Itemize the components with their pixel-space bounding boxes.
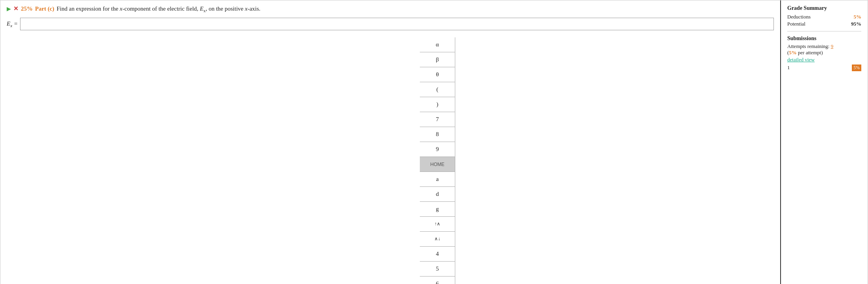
key-alpha[interactable]: α	[420, 37, 455, 52]
deductions-row: Deductions 5%	[787, 14, 861, 20]
attempts-value[interactable]: 9	[831, 43, 833, 49]
attempts-label: Attempts remaining:	[787, 43, 829, 49]
keyboard-row-1: α β θ ( ) 7 8 9 HOME	[420, 37, 455, 172]
key-down-arrow[interactable]: ∧↓	[420, 232, 455, 247]
key-5[interactable]: 5	[420, 262, 455, 277]
deductions-value: 5%	[854, 14, 862, 20]
key-up-arrow[interactable]: ↑∧	[420, 217, 455, 232]
key-d[interactable]: d	[420, 187, 455, 202]
input-row: Ex =	[7, 18, 774, 30]
grade-summary-title: Grade Summary	[787, 5, 861, 11]
part-c-description: Find an expression for the x-component o…	[57, 6, 261, 13]
key-8[interactable]: 8	[420, 127, 455, 142]
key-beta[interactable]: β	[420, 52, 455, 67]
potential-value: 95%	[851, 21, 861, 27]
part-c-percent: 25%	[21, 6, 33, 12]
submission-number: 1	[787, 65, 790, 71]
answer-input[interactable]	[20, 18, 774, 30]
key-6[interactable]: 6	[420, 277, 455, 284]
key-theta[interactable]: θ	[420, 67, 455, 82]
key-open-paren[interactable]: (	[420, 82, 455, 97]
key-home[interactable]: HOME	[420, 157, 455, 172]
input-label: Ex =	[7, 20, 18, 28]
potential-label: Potential	[787, 21, 805, 27]
submissions-title: Submissions	[787, 35, 861, 42]
keyboard-area: α β θ ( ) 7 8 9 HOME a d g	[7, 37, 774, 284]
submission-row-1: 1 5%	[787, 65, 861, 71]
key-a[interactable]: a	[420, 172, 455, 187]
sidebar-divider	[787, 31, 861, 31]
attempts-pct: 5%	[789, 50, 797, 55]
potential-row: Potential 95%	[787, 21, 861, 27]
key-7[interactable]: 7	[420, 112, 455, 127]
key-close-paren[interactable]: )	[420, 97, 455, 112]
x-icon: ✕	[13, 5, 19, 12]
part-c-label: Part (c)	[35, 6, 54, 12]
key-g[interactable]: g	[420, 202, 455, 217]
attempts-row: Attempts remaining: 9	[787, 43, 861, 50]
key-9[interactable]: 9	[420, 142, 455, 157]
part-c-header: ▶ ✕ 25% Part (c) Find an expression for …	[7, 5, 774, 13]
submission-score: 5%	[852, 65, 861, 71]
attempts-note: (5% per attempt)	[787, 50, 861, 56]
triangle-icon: ▶	[7, 6, 11, 12]
sidebar: Grade Summary Deductions 5% Potential 95…	[781, 0, 868, 284]
deductions-label: Deductions	[787, 14, 811, 20]
keyboard-row-2: a d g ↑∧ ∧↓ 4 5 6 ←	[420, 172, 455, 284]
key-4[interactable]: 4	[420, 247, 455, 262]
detailed-view-link[interactable]: detailed view	[787, 57, 861, 63]
